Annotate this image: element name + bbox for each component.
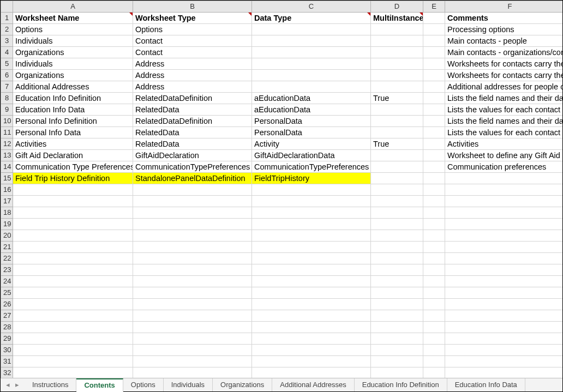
cell[interactable] [13,207,133,219]
sheet-tab[interactable]: Organizations [213,378,272,391]
cell[interactable]: Individuals [13,35,133,47]
cell[interactable]: Organizations [13,47,133,58]
cell[interactable] [371,35,423,47]
cell[interactable] [423,24,445,35]
cell[interactable]: True [371,93,423,104]
cell[interactable] [133,345,252,356]
cell[interactable]: Education Info Definition [13,93,133,104]
cell[interactable] [423,322,445,333]
cell[interactable]: Activities [13,138,133,150]
cell[interactable]: StandalonePanelDataDefinition [133,173,252,184]
sheet-tab[interactable]: Individuals [164,378,213,391]
cell[interactable] [133,184,252,196]
cell[interactable] [423,310,445,322]
cell[interactable] [445,367,563,378]
cell[interactable]: CommunicationTypePreferences [133,161,252,173]
cell[interactable] [133,287,252,299]
cell[interactable]: True [371,138,423,150]
cell[interactable] [423,104,445,116]
cell[interactable] [445,230,563,242]
cell[interactable]: Communication Type Preferences [13,161,133,173]
cell[interactable] [252,287,371,299]
cell[interactable] [252,196,371,207]
cell[interactable]: Lists the values for each contact fo [445,104,563,116]
row-header[interactable]: 25 [1,287,13,299]
cell[interactable] [423,196,445,207]
cell[interactable]: Organizations [13,70,133,81]
cell[interactable] [13,333,133,345]
cell[interactable]: aEducationData [252,104,371,116]
cell[interactable] [133,276,252,287]
cell[interactable] [13,322,133,333]
cell[interactable] [371,310,423,322]
cell[interactable]: PersonalData [252,116,371,127]
cell[interactable] [252,333,371,345]
row-header[interactable]: 28 [1,322,13,333]
cell[interactable]: Lists the field names and their data [445,116,563,127]
row-header[interactable]: 11 [1,127,13,138]
cell[interactable] [13,287,133,299]
cell[interactable] [13,184,133,196]
row-header[interactable]: 27 [1,310,13,322]
cell[interactable] [252,81,371,93]
cell[interactable] [445,287,563,299]
cell[interactable] [371,127,423,138]
sheet-tab[interactable]: Education Info Definition [355,378,447,391]
sheet-tab[interactable]: Education Info Data [447,378,525,391]
cell[interactable] [371,24,423,35]
cell[interactable]: RelatedDataDefinition [133,116,252,127]
row-header[interactable]: 31 [1,356,13,367]
cell[interactable] [423,70,445,81]
cell[interactable] [133,310,252,322]
cell[interactable] [445,184,563,196]
cell[interactable] [423,299,445,310]
cell[interactable] [423,276,445,287]
row-header[interactable]: 6 [1,70,13,81]
cell[interactable] [13,230,133,242]
cell[interactable] [13,219,133,230]
cell[interactable] [423,93,445,104]
row-header[interactable]: 10 [1,116,13,127]
cell[interactable] [133,196,252,207]
row-header[interactable]: 17 [1,196,13,207]
cell[interactable] [445,276,563,287]
cell[interactable] [423,116,445,127]
cell[interactable]: Contact [133,47,252,58]
cell[interactable] [423,184,445,196]
cell[interactable]: Worksheet Type [133,13,252,24]
cell[interactable]: Personal Info Definition [13,116,133,127]
cell[interactable] [252,322,371,333]
cell[interactable] [371,253,423,264]
cell[interactable]: Address [133,70,252,81]
cell[interactable] [445,322,563,333]
cell[interactable] [13,242,133,253]
grid-area[interactable]: ABCDEF 1Worksheet NameWorksheet TypeData… [1,1,562,378]
cell[interactable] [445,264,563,276]
cell[interactable] [371,322,423,333]
cell[interactable]: RelatedData [133,127,252,138]
row-header[interactable]: 32 [1,367,13,378]
cell[interactable]: RelatedDataDefinition [133,93,252,104]
cell[interactable] [423,47,445,58]
cell[interactable]: Communication preferences [445,161,563,173]
cell[interactable]: Additional Addresses [13,81,133,93]
cell[interactable] [445,356,563,367]
cell[interactable] [423,287,445,299]
row-header[interactable]: 23 [1,264,13,276]
cell[interactable]: Gift Aid Declaration [13,150,133,161]
cell[interactable] [371,345,423,356]
sheet-tab[interactable]: Instructions [25,378,76,391]
cell[interactable]: Processing options [445,24,563,35]
cell[interactable] [133,333,252,345]
row-header[interactable]: 24 [1,276,13,287]
row-header[interactable]: 26 [1,299,13,310]
cell[interactable] [423,356,445,367]
cell[interactable]: Individuals [13,58,133,70]
cell[interactable] [252,310,371,322]
row-header[interactable]: 1 [1,13,13,24]
cell[interactable]: Field Trip History Definition [13,173,133,184]
row-header[interactable]: 21 [1,242,13,253]
row-header[interactable]: 30 [1,345,13,356]
cell[interactable] [371,219,423,230]
cell[interactable] [133,219,252,230]
